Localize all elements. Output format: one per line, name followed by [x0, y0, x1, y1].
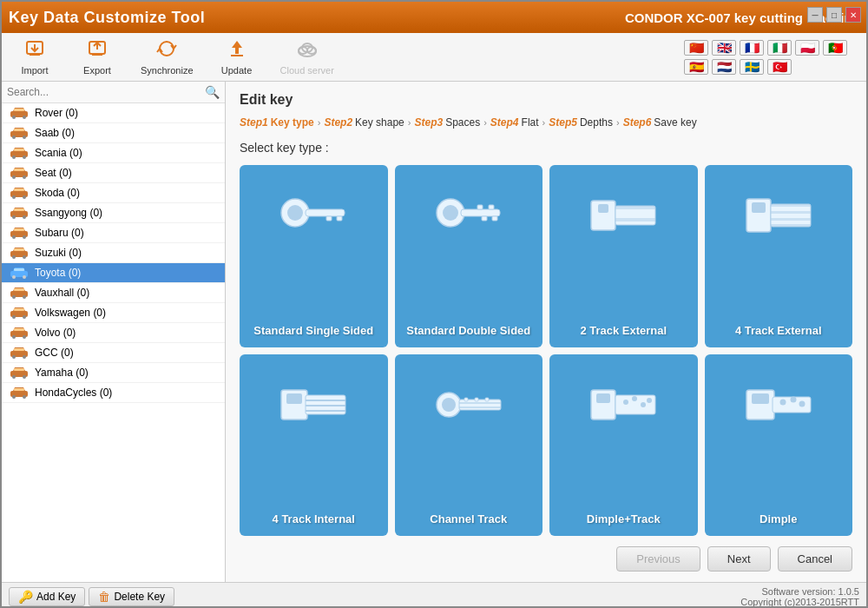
close-button[interactable]: ✕ — [845, 7, 861, 23]
svg-point-48 — [23, 275, 26, 279]
svg-point-123 — [799, 400, 805, 406]
cloud-button[interactable]: Cloud server — [275, 36, 339, 79]
svg-rect-38 — [14, 228, 24, 231]
svg-rect-110 — [485, 398, 489, 401]
sidebar-item-12[interactable]: GCC (0) — [2, 343, 225, 363]
svg-rect-34 — [14, 208, 24, 211]
key-type-dimple-track[interactable]: Dimple+Track — [549, 354, 698, 537]
key-type-2track-external[interactable]: 2 Track External — [549, 165, 698, 347]
sidebar-item-13[interactable]: Yamaha (0) — [2, 363, 225, 383]
key-label-standard-single: Standard Single Sided — [253, 324, 373, 339]
key-image-dimple-track — [549, 361, 698, 448]
svg-rect-7 — [235, 48, 239, 54]
sidebar-list: Rover (0) Saab (0) Scania (0) Seat (0) S… — [2, 103, 225, 582]
svg-rect-76 — [326, 216, 332, 221]
step-name-5: Save key — [654, 116, 696, 129]
sidebar-item-3[interactable]: Seat (0) — [2, 163, 225, 183]
export-button[interactable]: Export — [73, 36, 122, 79]
cancel-button[interactable]: Cancel — [778, 546, 852, 572]
key-type-standard-single[interactable]: Standard Single Sided — [240, 165, 388, 347]
svg-point-32 — [23, 195, 26, 199]
flag-cn[interactable]: 🇨🇳 — [684, 40, 708, 56]
svg-rect-94 — [771, 211, 811, 214]
next-button[interactable]: Next — [707, 546, 771, 572]
step-item-0: Step1Key type — [240, 116, 314, 129]
key-type-channel-track[interactable]: Channel Track — [395, 354, 543, 537]
update-button[interactable]: Update — [213, 36, 261, 79]
svg-point-115 — [632, 396, 637, 401]
previous-button[interactable]: Previous — [616, 546, 700, 572]
sidebar-item-label: Subaru (0) — [35, 227, 84, 239]
delete-key-label: Delete Key — [114, 591, 165, 603]
key-type-grid: Standard Single Sided Standard Double Si… — [240, 165, 852, 536]
flag-gb[interactable]: 🇬🇧 — [712, 40, 736, 56]
key-label-channel-track: Channel Track — [430, 512, 507, 527]
synchronize-button[interactable]: Synchronize — [135, 36, 199, 79]
svg-point-56 — [23, 315, 26, 319]
svg-rect-80 — [461, 209, 500, 216]
step-name-2: Spaces — [445, 116, 480, 129]
svg-point-31 — [12, 195, 16, 199]
key-type-standard-double[interactable]: Standard Double Sided — [395, 165, 543, 347]
svg-point-74 — [287, 205, 303, 221]
svg-point-60 — [23, 335, 26, 339]
import-button[interactable]: Import — [10, 36, 59, 79]
action-bar: Previous Next Cancel — [240, 546, 852, 572]
svg-point-52 — [23, 295, 26, 299]
sidebar-item-14[interactable]: HondaCycles (0) — [2, 383, 225, 403]
key-image-2track-external — [549, 172, 698, 259]
key-type-dimple[interactable]: Dimple — [705, 354, 853, 537]
export-icon — [87, 39, 108, 63]
svg-rect-14 — [14, 109, 24, 111]
flag-it[interactable]: 🇮🇹 — [767, 40, 792, 56]
svg-point-51 — [12, 295, 16, 299]
flag-fr[interactable]: 🇫🇷 — [740, 40, 764, 56]
sidebar-item-label: Toyota (0) — [35, 267, 81, 279]
flag-nl[interactable]: 🇳🇱 — [712, 59, 736, 75]
search-input[interactable] — [7, 86, 205, 98]
sidebar-item-6[interactable]: Subaru (0) — [2, 223, 225, 243]
svg-rect-93 — [771, 204, 811, 207]
sidebar-item-5[interactable]: Ssangyong (0) — [2, 203, 225, 223]
svg-point-20 — [23, 135, 26, 139]
sidebar-item-10[interactable]: Volkswagen (0) — [2, 303, 225, 323]
car-icon — [9, 106, 30, 120]
key-label-dimple: Dimple — [760, 512, 797, 527]
sidebar-item-7[interactable]: Suzuki (0) — [2, 243, 225, 263]
svg-point-24 — [23, 155, 26, 159]
flag-se[interactable]: 🇸🇪 — [740, 59, 764, 75]
svg-point-121 — [779, 399, 786, 405]
flag-es[interactable]: 🇪🇸 — [684, 59, 708, 75]
flag-pt[interactable]: 🇵🇹 — [823, 40, 847, 56]
sidebar-item-2[interactable]: Scania (0) — [2, 143, 225, 163]
sidebar: 🔍 Rover (0) Saab (0) Scania (0) Seat (0)… — [2, 82, 226, 582]
step-arrow-2: › — [408, 117, 411, 128]
sidebar-item-9[interactable]: Vauxhall (0) — [2, 283, 225, 303]
key-type-4track-internal[interactable]: 4 Track Internal — [240, 354, 388, 537]
svg-marker-6 — [232, 41, 242, 48]
sidebar-item-label: Rover (0) — [35, 107, 78, 119]
flag-pl[interactable]: 🇵🇱 — [795, 40, 819, 56]
sidebar-item-1[interactable]: Saab (0) — [2, 123, 225, 143]
car-icon — [9, 226, 30, 240]
search-icon[interactable]: 🔍 — [205, 85, 220, 99]
svg-rect-119 — [752, 393, 769, 404]
svg-rect-108 — [464, 398, 468, 401]
add-key-button[interactable]: 🔑 Add Key — [9, 587, 85, 606]
flag-tr[interactable]: 🇹🇷 — [767, 59, 792, 75]
key-label-4track-external: 4 Track External — [735, 324, 822, 339]
delete-key-button[interactable]: 🗑 Delete Key — [89, 587, 174, 606]
svg-rect-83 — [482, 216, 487, 221]
sidebar-item-0[interactable]: Rover (0) — [2, 103, 225, 123]
maximize-button[interactable]: □ — [826, 7, 842, 23]
key-label-2track-external: 2 Track External — [580, 324, 667, 339]
sidebar-item-4[interactable]: Skoda (0) — [2, 183, 225, 203]
car-icon — [9, 266, 30, 280]
sidebar-item-8[interactable]: Toyota (0) — [2, 263, 225, 283]
sidebar-item-11[interactable]: Volvo (0) — [2, 323, 225, 343]
minimize-button[interactable]: ─ — [807, 7, 823, 23]
svg-point-23 — [12, 155, 16, 159]
version-info: Software version: 1.0.5 Copyright (c)201… — [740, 586, 859, 607]
key-image-4track-external — [705, 172, 853, 259]
key-type-4track-external[interactable]: 4 Track External — [705, 165, 853, 347]
